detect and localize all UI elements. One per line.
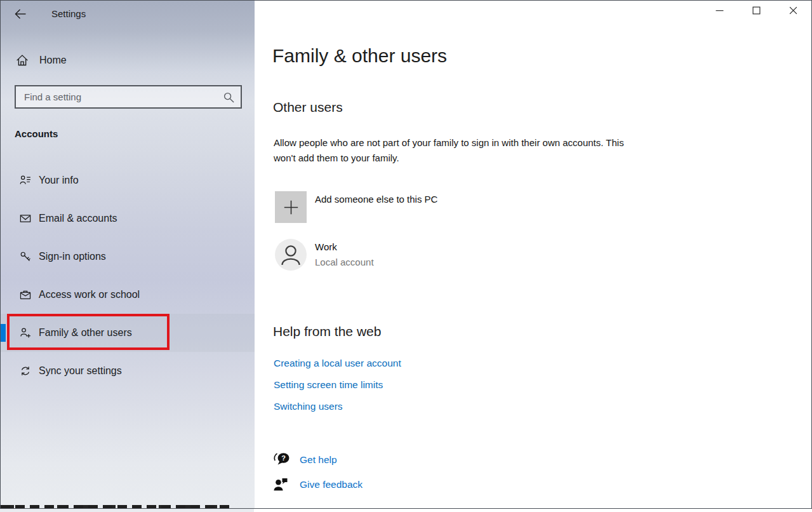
plus-icon bbox=[283, 199, 300, 216]
add-user-label: Add someone else to this PC bbox=[315, 194, 437, 205]
sidebar-item-label: Sync your settings bbox=[39, 365, 122, 377]
other-users-description: Allow people who are not part of your fa… bbox=[274, 135, 624, 166]
person-list-icon bbox=[20, 175, 31, 186]
main-content: Family & other users Other users Allow p… bbox=[255, 1, 811, 508]
user-name: Work bbox=[315, 241, 337, 252]
window-title: Settings bbox=[51, 8, 86, 19]
settings-window: Settings Home bbox=[0, 0, 812, 509]
cropped-text-artifact bbox=[1, 505, 233, 508]
person-icon bbox=[275, 239, 307, 271]
section-header-accounts: Accounts bbox=[15, 128, 58, 139]
add-user-row[interactable]: Add someone else to this PC bbox=[255, 191, 811, 223]
sidebar-nav: Your info Email & accounts bbox=[1, 161, 255, 390]
avatar bbox=[275, 239, 307, 271]
sync-icon bbox=[20, 365, 31, 377]
link-switching-users[interactable]: Switching users bbox=[274, 401, 343, 412]
sidebar-item-home[interactable]: Home bbox=[1, 50, 255, 71]
selected-item-accent-bar bbox=[1, 324, 6, 342]
sidebar-item-label: Your info bbox=[39, 175, 79, 186]
window-controls bbox=[701, 1, 811, 20]
other-users-heading: Other users bbox=[273, 100, 343, 115]
sidebar-item-your-info[interactable]: Your info bbox=[1, 161, 255, 199]
key-icon bbox=[20, 251, 31, 262]
minimize-icon bbox=[715, 6, 724, 15]
close-button[interactable] bbox=[775, 1, 811, 20]
sidebar-item-label: Access work or school bbox=[39, 289, 140, 300]
chat-help-icon: ? bbox=[273, 452, 290, 468]
link-creating-local-user-account[interactable]: Creating a local user account bbox=[274, 358, 401, 369]
screenshot-root: Settings Home bbox=[0, 0, 812, 512]
add-user-button[interactable] bbox=[275, 191, 307, 223]
sidebar-item-email-accounts[interactable]: Email & accounts bbox=[1, 199, 255, 238]
minimize-button[interactable] bbox=[701, 1, 738, 20]
person-add-icon bbox=[20, 327, 31, 339]
give-feedback-row: Give feedback bbox=[255, 476, 509, 493]
user-account-type: Local account bbox=[315, 257, 374, 267]
envelope-icon bbox=[20, 213, 31, 224]
back-arrow-icon bbox=[14, 8, 27, 20]
link-setting-screen-time-limits[interactable]: Setting screen time limits bbox=[274, 379, 383, 391]
back-button[interactable] bbox=[10, 4, 31, 24]
sidebar: Settings Home bbox=[1, 1, 255, 508]
svg-text:?: ? bbox=[281, 454, 286, 462]
maximize-icon bbox=[752, 6, 761, 15]
help-from-web-heading: Help from the web bbox=[273, 324, 381, 339]
sidebar-item-label: Email & accounts bbox=[39, 213, 117, 224]
sidebar-item-label: Home bbox=[39, 55, 67, 66]
sidebar-item-sync-your-settings[interactable]: Sync your settings bbox=[1, 352, 255, 390]
briefcase-icon bbox=[20, 289, 31, 300]
user-row-work[interactable]: Work Local account bbox=[255, 239, 811, 271]
search-icon[interactable] bbox=[223, 91, 235, 104]
sidebar-item-label: Sign-in options bbox=[39, 251, 106, 262]
search-input[interactable] bbox=[16, 86, 241, 107]
page-title: Family & other users bbox=[272, 45, 447, 67]
sidebar-item-sign-in-options[interactable]: Sign-in options bbox=[1, 238, 255, 276]
home-icon bbox=[16, 54, 29, 67]
get-help-link[interactable]: Get help bbox=[300, 454, 337, 466]
background-window-strip bbox=[0, 509, 812, 512]
give-feedback-link[interactable]: Give feedback bbox=[300, 479, 363, 490]
search-box bbox=[15, 85, 242, 109]
sidebar-item-label: Family & other users bbox=[39, 327, 132, 339]
sidebar-item-access-work-school[interactable]: Access work or school bbox=[1, 276, 255, 314]
close-icon bbox=[789, 6, 797, 15]
feedback-person-icon bbox=[273, 476, 290, 492]
get-help-row: ? Get help bbox=[255, 452, 509, 468]
sidebar-item-family-other-users[interactable]: Family & other users bbox=[1, 314, 255, 352]
maximize-button[interactable] bbox=[738, 1, 775, 20]
